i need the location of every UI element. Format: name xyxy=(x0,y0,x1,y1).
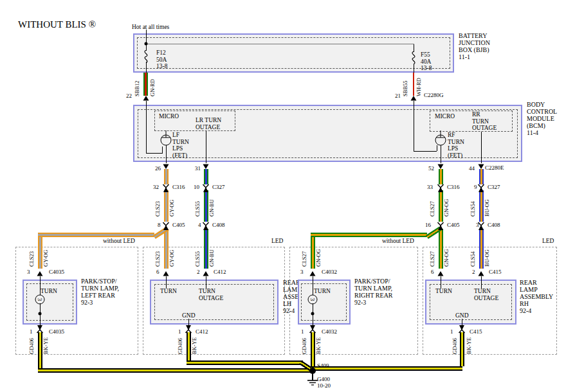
lr-turn-outage-label: LR TURN OUTAGE xyxy=(196,117,221,130)
inline-connector-icon xyxy=(437,222,444,231)
park-stop-turn-lamp-left-label: PARK/STOP/ TURN LAMP, LEFT REAR 92-3 xyxy=(81,278,119,306)
wire-color-label: SBB12 xyxy=(134,80,140,96)
pin-label: 8 xyxy=(158,222,161,228)
wire-segment xyxy=(311,332,315,368)
lamp-left-turn-label: TURN xyxy=(41,288,57,295)
connector-arrow-down-icon xyxy=(437,164,444,169)
pin-label: 10 xyxy=(194,184,199,190)
pin-label: 1 xyxy=(450,328,453,335)
wire-color-label: GN-OG xyxy=(444,249,450,267)
wire-color-label: GN-RD xyxy=(150,79,156,96)
inline-connector-icon xyxy=(477,184,485,193)
connector-arrow-up-icon xyxy=(203,271,209,276)
asm-rh-turn-outage-label: TURN OUTAGE xyxy=(474,288,498,301)
wire-segment xyxy=(311,237,315,269)
wire-segment xyxy=(204,229,208,269)
wire-color-label: BU-OG xyxy=(484,199,490,217)
connector-arrow-up-icon xyxy=(437,271,444,276)
junction-dot xyxy=(311,312,315,316)
wire-color-label: GN-OG xyxy=(316,249,322,267)
asm-lh-turn-outage-label: TURN OUTAGE xyxy=(199,288,223,301)
wire-segment xyxy=(460,332,464,366)
wire-segment xyxy=(206,131,206,163)
pin-label: C4035 xyxy=(49,269,64,275)
junction-dot xyxy=(39,312,42,316)
pin-label: 2 xyxy=(472,269,475,275)
rf-turn-lps-fet-label: RF TURN LPS (FET) xyxy=(448,132,464,159)
wire-color-label: GY-OG xyxy=(43,250,49,267)
hot-at-all-times-label: Hot at all times xyxy=(132,24,169,31)
wiring-diagram: WITHOUT BLIS ® Hot at all times without … xyxy=(0,0,584,392)
inline-connector-down-icon xyxy=(309,325,316,334)
wire-segment xyxy=(414,101,414,151)
lf-fet-icon xyxy=(160,130,172,147)
group-label-led-right: LED xyxy=(542,238,554,245)
wire-color-label: CLS55 xyxy=(195,251,201,267)
wire-segment xyxy=(38,237,42,269)
connector-arrow-up-icon xyxy=(410,96,417,101)
inline-connector-icon xyxy=(477,222,485,231)
body-control-module-label: BODY CONTROL MODULE (BCM) 11-4 xyxy=(527,101,557,136)
pin-label: 3 xyxy=(27,269,30,275)
group-label-led-left: LED xyxy=(271,238,283,245)
wire-segment xyxy=(311,233,427,237)
connector-arrow-down-icon xyxy=(478,164,484,169)
wire-color-label: BU-OG xyxy=(484,249,490,267)
wire-segment xyxy=(166,276,167,289)
inline-connector-icon xyxy=(437,184,444,193)
wire-segment xyxy=(146,153,163,154)
pin-label: 26 xyxy=(155,165,161,172)
wire-color-label: CLS27 xyxy=(430,251,435,267)
wire-segment xyxy=(413,73,414,96)
pin-label: 1 xyxy=(301,328,304,335)
pin-label: C4035 xyxy=(49,328,64,335)
wire-color-label: GY-OG xyxy=(169,200,175,217)
wire-color-label: BK-YE xyxy=(316,337,322,354)
pin-label: 3 xyxy=(300,269,304,275)
pin-label: 1 xyxy=(30,328,33,335)
lamp-right-turn-label: TURN xyxy=(314,288,331,295)
pin-label: 16 xyxy=(425,222,431,228)
wire-segment xyxy=(38,368,313,373)
rear-lamp-assembly-rh-label: REAR LAMP ASSEMBLY RH 92-4 xyxy=(520,279,553,314)
pin-label: G400 xyxy=(317,376,330,382)
connector-arrow-down-icon xyxy=(163,164,169,169)
micro-right-label: MICRO xyxy=(435,113,455,120)
wire-color-label: CLS54 xyxy=(470,251,476,267)
pin-label: 22 xyxy=(126,93,132,99)
pin-label: 44 xyxy=(469,165,475,172)
lf-turn-lps-fet-label: LF TURN LPS (FET) xyxy=(172,132,189,159)
inline-connector-icon xyxy=(162,184,170,193)
pin-label: 31 xyxy=(195,165,201,172)
wire-segment xyxy=(166,145,167,163)
connector-arrow-down-icon xyxy=(203,164,209,169)
wire-segment xyxy=(38,233,154,237)
pin-label: C327 xyxy=(212,184,225,190)
wire-segment xyxy=(146,101,147,153)
wire-color-label: GD406 xyxy=(452,338,458,354)
wire-segment xyxy=(479,229,484,269)
pin-label: C405 xyxy=(172,222,185,228)
wire-color-label: GN-OG xyxy=(444,199,450,217)
wire-segment xyxy=(206,276,206,289)
wire-segment xyxy=(204,169,208,184)
wire-segment xyxy=(414,64,414,73)
connector-arrow-up-icon xyxy=(309,271,316,276)
page-title: WITHOUT BLIS ® xyxy=(18,19,96,30)
pin-label: C412 xyxy=(214,269,226,275)
splice-s409-dot xyxy=(309,368,316,374)
wire-segment xyxy=(313,276,313,295)
battery-junction-box-label: BATTERY JUNCTION BOX (BJB) 11-1 xyxy=(459,32,490,60)
pin-label: C415 xyxy=(489,269,502,275)
pin-label: C316 xyxy=(447,184,460,190)
pin-label: 6 xyxy=(431,269,434,275)
pin-label: 9 xyxy=(474,184,477,190)
pin-label: 6 xyxy=(156,269,160,275)
fuse-f55-icon xyxy=(409,51,418,64)
battery-junction-box-inner xyxy=(137,37,450,69)
inline-connector-icon xyxy=(162,222,170,231)
wire-segment xyxy=(162,147,163,153)
asm-lh-gnd-label: GND xyxy=(182,312,196,319)
svg-text:3: 3 xyxy=(309,298,316,301)
wire-segment xyxy=(187,361,303,365)
